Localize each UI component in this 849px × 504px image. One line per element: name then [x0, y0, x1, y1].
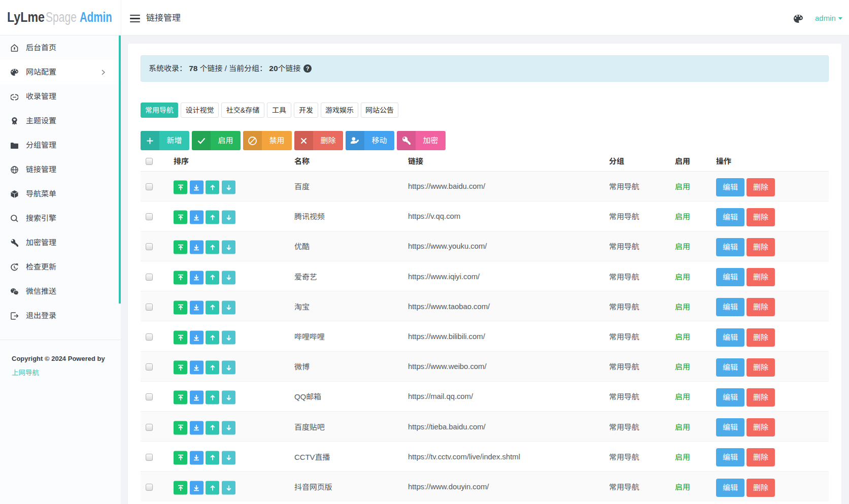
svg-text:?: ?	[305, 65, 309, 72]
